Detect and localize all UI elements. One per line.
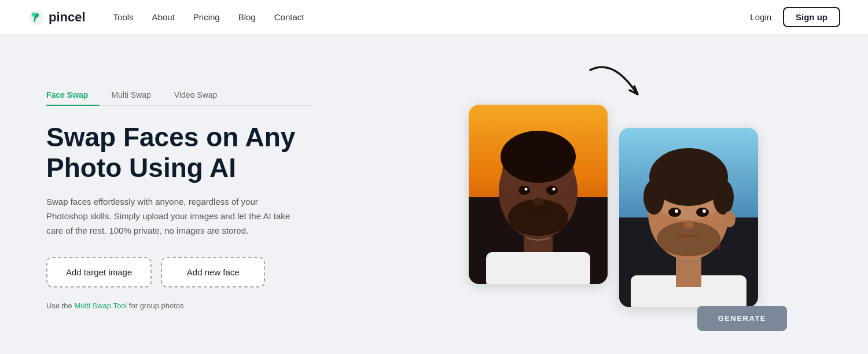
svg-point-13 <box>553 188 556 191</box>
tab-video-swap[interactable]: Video Swap <box>174 84 229 105</box>
tab-multi-swap[interactable]: Multi Swap <box>111 84 162 105</box>
upload-row: Add target image Add new face <box>46 257 405 287</box>
generate-button[interactable]: GENERATE <box>697 306 787 331</box>
svg-point-28 <box>675 209 678 213</box>
nav-pricing[interactable]: Pricing <box>193 12 220 22</box>
brand-name: pincel <box>49 10 86 25</box>
right-panel: GENERATE <box>405 35 822 354</box>
svg-point-11 <box>546 186 558 195</box>
svg-point-27 <box>696 208 709 217</box>
arrow-icon <box>579 64 648 105</box>
source-face-image <box>469 105 608 284</box>
svg-point-1 <box>32 12 36 17</box>
multi-swap-link[interactable]: Multi Swap Tool <box>74 301 127 310</box>
nav-about[interactable]: About <box>152 12 175 22</box>
add-new-face-button[interactable]: Add new face <box>161 257 265 287</box>
svg-point-24 <box>643 180 664 215</box>
nav-links: Tools About Pricing Blog Contact <box>113 12 751 23</box>
hero-description: Swap faces effortlessly with anyone, reg… <box>46 195 301 238</box>
nav-contact[interactable]: Contact <box>274 12 304 22</box>
tab-face-swap[interactable]: Face Swap <box>46 84 100 105</box>
navbar: pincel Tools About Pricing Blog Contact … <box>0 0 868 35</box>
svg-point-30 <box>683 220 694 228</box>
hero-heading: Swap Faces on Any Photo Using AI <box>46 122 405 183</box>
nav-right: Login Sign up <box>750 7 840 27</box>
login-button[interactable]: Login <box>750 12 771 22</box>
add-target-image-button[interactable]: Add target image <box>46 257 152 287</box>
svg-rect-5 <box>486 252 590 284</box>
nav-tools[interactable]: Tools <box>113 12 134 22</box>
tabs: Face Swap Multi Swap Video Swap <box>46 84 312 106</box>
left-panel: Face Swap Multi Swap Video Swap Swap Fac… <box>46 79 405 309</box>
svg-point-9 <box>501 131 576 183</box>
svg-point-12 <box>525 188 528 191</box>
svg-point-14 <box>532 198 544 206</box>
pincel-logo-icon <box>28 9 45 26</box>
footnote: Use the Multi Swap Tool for group photos <box>46 301 405 310</box>
svg-point-29 <box>703 209 706 213</box>
signup-button[interactable]: Sign up <box>783 7 840 27</box>
svg-point-25 <box>713 180 734 215</box>
source-photo-card <box>469 105 608 284</box>
result-photo-card <box>619 128 758 307</box>
result-face-image <box>619 128 758 307</box>
images-container <box>469 93 758 307</box>
main-content: Face Swap Multi Swap Video Swap Swap Fac… <box>0 35 868 354</box>
logo[interactable]: pincel <box>28 9 86 26</box>
svg-rect-19 <box>676 255 701 287</box>
svg-point-26 <box>668 208 681 217</box>
svg-point-31 <box>724 211 735 227</box>
nav-blog[interactable]: Blog <box>238 12 256 22</box>
svg-point-10 <box>518 186 530 195</box>
